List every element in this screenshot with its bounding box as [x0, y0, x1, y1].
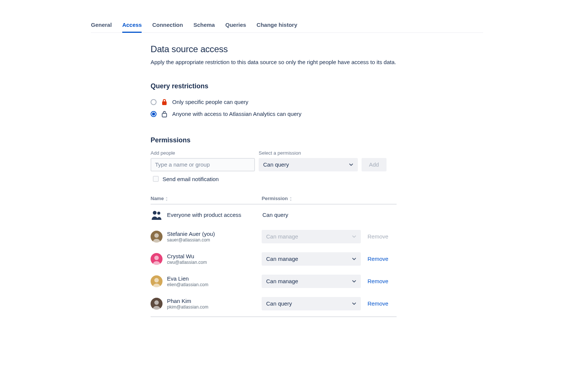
- user-name: Everyone with product access: [167, 212, 241, 218]
- user-email: cwu@atlassian.com: [167, 260, 207, 265]
- chevron-down-icon: [349, 162, 353, 167]
- avatar: [151, 298, 163, 310]
- svg-rect-0: [162, 101, 167, 105]
- remove-button[interactable]: Remove: [368, 256, 388, 262]
- select-permission-dropdown[interactable]: Can query: [259, 158, 358, 171]
- radio-button[interactable]: [151, 99, 157, 105]
- sort-icon: [165, 196, 168, 200]
- page-title: Data source access: [151, 44, 397, 54]
- svg-point-3: [157, 212, 160, 215]
- user-name: Phan Kim: [167, 298, 208, 304]
- user-email: sauer@atlassian.com: [167, 237, 215, 243]
- tab-access[interactable]: Access: [122, 19, 142, 33]
- avatar: [151, 275, 163, 287]
- chevron-down-icon: [352, 257, 356, 261]
- add-people-label: Add people: [151, 150, 255, 156]
- tab-bar: GeneralAccessConnectionSchemaQueriesChan…: [91, 19, 483, 33]
- name-cell: Crystal Wucwu@atlassian.com: [151, 253, 262, 265]
- table-row: Crystal Wucwu@atlassian.comCan manageRem…: [151, 248, 397, 270]
- radio-button[interactable]: [151, 111, 157, 117]
- user-name: Eva Lien: [167, 275, 208, 282]
- send-email-label: Send email notification: [163, 176, 219, 182]
- add-people-input[interactable]: [151, 158, 255, 171]
- content-area: Data source access Apply the appropriate…: [151, 33, 397, 317]
- add-button[interactable]: Add: [362, 158, 387, 171]
- tab-change-history[interactable]: Change history: [256, 19, 297, 33]
- permission-dropdown[interactable]: Can manage: [262, 275, 361, 288]
- query-restriction-label: Anyone with access to Atlassian Analytic…: [172, 111, 302, 117]
- svg-point-5: [154, 256, 159, 260]
- permission-value: Can manage: [266, 256, 298, 262]
- table-row: Eva Lienelien@atlassian.comCan manageRem…: [151, 270, 397, 293]
- permission-value: Can query: [266, 300, 292, 307]
- permissions-table: Name Permission Everyone with product ac…: [151, 196, 397, 317]
- query-restrictions-heading: Query restrictions: [151, 82, 397, 90]
- column-header-name[interactable]: Name: [151, 196, 262, 201]
- lock-closed-icon: [161, 98, 168, 106]
- permission-value: Can manage: [266, 278, 298, 284]
- group-icon: [151, 209, 163, 221]
- svg-rect-1: [162, 113, 167, 117]
- chevron-down-icon: [352, 279, 356, 284]
- select-permission-label: Select a permission: [259, 150, 358, 156]
- sort-icon: [289, 196, 292, 200]
- remove-button[interactable]: Remove: [368, 300, 388, 307]
- table-row: Everyone with product accessCan query: [151, 205, 397, 225]
- chevron-down-icon: [352, 234, 356, 239]
- name-cell: Eva Lienelien@atlassian.com: [151, 275, 262, 287]
- user-name: Crystal Wu: [167, 253, 207, 259]
- avatar: [151, 253, 163, 265]
- query-restrictions-group: Only specific people can queryAnyone wit…: [151, 96, 397, 120]
- chevron-down-icon: [352, 301, 356, 306]
- lock-open-icon: [161, 110, 168, 118]
- svg-point-7: [154, 300, 159, 305]
- svg-point-2: [153, 211, 157, 215]
- name-cell: Everyone with product access: [151, 209, 262, 221]
- user-name: Stefanie Auer (you): [167, 231, 215, 237]
- permission-value: Can query: [262, 212, 361, 218]
- table-row: Stefanie Auer (you)sauer@atlassian.comCa…: [151, 225, 397, 248]
- page-subtitle: Apply the appropriate restriction to thi…: [151, 58, 397, 67]
- svg-point-6: [154, 278, 159, 282]
- permission-dropdown: Can manage: [262, 230, 361, 243]
- permission-dropdown[interactable]: Can query: [262, 297, 361, 310]
- name-cell: Phan Kimpkim@atlassian.com: [151, 298, 262, 310]
- tab-queries[interactable]: Queries: [225, 19, 246, 33]
- column-header-permission[interactable]: Permission: [262, 196, 292, 201]
- svg-point-4: [154, 233, 159, 238]
- user-email: pkim@atlassian.com: [167, 304, 208, 310]
- permissions-heading: Permissions: [151, 136, 397, 144]
- name-cell: Stefanie Auer (you)sauer@atlassian.com: [151, 231, 262, 243]
- select-permission-value: Can query: [263, 161, 289, 168]
- send-email-checkbox[interactable]: [153, 176, 159, 182]
- query-restriction-label: Only specific people can query: [172, 99, 248, 105]
- user-email: elien@atlassian.com: [167, 282, 208, 287]
- tab-connection[interactable]: Connection: [152, 19, 183, 33]
- remove-button[interactable]: Remove: [368, 278, 388, 284]
- avatar: [151, 231, 163, 243]
- remove-button: Remove: [368, 233, 388, 240]
- permission-value: Can manage: [266, 233, 298, 240]
- tab-general[interactable]: General: [91, 19, 112, 33]
- permission-dropdown[interactable]: Can manage: [262, 252, 361, 266]
- table-row: Phan Kimpkim@atlassian.comCan queryRemov…: [151, 293, 397, 315]
- tab-schema[interactable]: Schema: [193, 19, 215, 33]
- query-restriction-option[interactable]: Anyone with access to Atlassian Analytic…: [151, 108, 397, 120]
- query-restriction-option[interactable]: Only specific people can query: [151, 96, 397, 108]
